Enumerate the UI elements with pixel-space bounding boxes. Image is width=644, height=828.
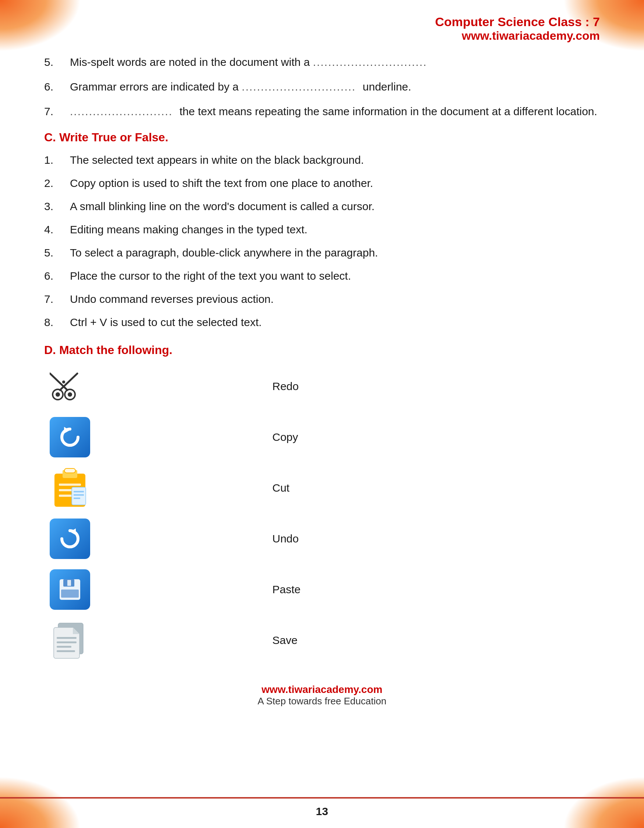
- item-text: Grammar errors are indicated by a ......…: [70, 78, 411, 95]
- item-number: 5.: [44, 245, 70, 261]
- copy-pages-icon: [44, 618, 96, 662]
- section-d-heading: D. Match the following.: [44, 343, 600, 357]
- match-row-3: Cut: [44, 466, 600, 510]
- undo-icon: [44, 415, 96, 459]
- dots: ..............................: [313, 56, 427, 68]
- redo-icon: [44, 517, 96, 561]
- corner-decoration-bl: [0, 776, 81, 828]
- match-row-2: Copy: [44, 415, 600, 459]
- item-number: 7.: [44, 103, 70, 119]
- svg-rect-32: [57, 646, 71, 648]
- match-row-5: Paste: [44, 568, 600, 612]
- tf-item-2: 2. Copy option is used to shift the text…: [44, 175, 600, 191]
- header-url: www.tiwariacademy.com: [44, 29, 600, 43]
- match-following-container: Redo Copy: [44, 364, 600, 669]
- match-label-undo: Undo: [272, 533, 299, 545]
- match-label-paste: Paste: [272, 583, 301, 596]
- item-text: ........................... the text mea…: [70, 103, 597, 119]
- svg-rect-33: [57, 650, 75, 652]
- match-label-redo: Redo: [272, 380, 299, 393]
- svg-rect-16: [74, 494, 84, 496]
- fill-item-5: 5. Mis-spelt words are noted in the docu…: [44, 54, 600, 70]
- tf-item-6: 6. Place the cursor to the right of the …: [44, 268, 600, 284]
- svg-point-3: [68, 392, 72, 397]
- clipboard-icon: [44, 466, 96, 510]
- svg-point-1: [56, 392, 60, 397]
- tf-item-3: 3. A small blinking line on the word's d…: [44, 198, 600, 215]
- item-text: A small blinking line on the word's docu…: [70, 198, 374, 215]
- item-text: Place the cursor to the right of the tex…: [70, 268, 351, 284]
- svg-rect-21: [61, 590, 79, 597]
- fill-item-7: 7. ........................... the text …: [44, 103, 600, 119]
- match-label-cut: Cut: [272, 482, 290, 494]
- svg-rect-11: [59, 483, 81, 486]
- item-number: 3.: [44, 198, 70, 215]
- match-label-save: Save: [272, 634, 297, 646]
- page-footer: www.tiwariacademy.com A Step towards fre…: [44, 684, 600, 707]
- svg-rect-17: [74, 497, 80, 499]
- item-text: Copy option is used to shift the text fr…: [70, 175, 373, 191]
- section-c-heading: C. Write True or False.: [44, 131, 600, 144]
- match-row-6: Save: [44, 618, 600, 662]
- header-title: Computer Science Class : 7: [44, 15, 600, 29]
- item-text: Ctrl + V is used to cut the selected tex…: [70, 314, 262, 331]
- svg-rect-31: [57, 641, 77, 643]
- page-header: Computer Science Class : 7 www.tiwariaca…: [44, 11, 600, 43]
- save-icon: [44, 568, 96, 612]
- corner-decoration-br: [563, 776, 644, 828]
- svg-rect-30: [57, 637, 77, 639]
- footer-tagline: A Step towards free Education: [44, 696, 600, 707]
- item-number: 6.: [44, 268, 70, 284]
- svg-rect-14: [72, 487, 86, 505]
- tf-item-4: 4. Editing means making changes in the t…: [44, 221, 600, 238]
- item-number: 6.: [44, 78, 70, 95]
- item-number: 8.: [44, 314, 70, 331]
- item-number: 4.: [44, 221, 70, 238]
- match-row-4: Undo: [44, 517, 600, 561]
- dots: ..............................: [242, 81, 360, 93]
- item-number: 5.: [44, 54, 70, 70]
- item-text: Mis-spelt words are noted in the documen…: [70, 54, 427, 70]
- match-label-copy: Copy: [272, 431, 298, 444]
- item-text: Undo command reverses previous action.: [70, 291, 274, 307]
- page-number: 13: [316, 805, 328, 818]
- item-number: 1.: [44, 152, 70, 168]
- tf-item-8: 8. Ctrl + V is used to cut the selected …: [44, 314, 600, 331]
- item-number: 7.: [44, 291, 70, 307]
- item-number: 2.: [44, 175, 70, 191]
- fill-in-blanks-list: 5. Mis-spelt words are noted in the docu…: [44, 54, 600, 119]
- item-text: The selected text appears in white on th…: [70, 152, 364, 168]
- true-false-list: 1. The selected text appears in white on…: [44, 152, 600, 331]
- match-row-1: Redo: [44, 364, 600, 408]
- item-text: To select a paragraph, double-click anyw…: [70, 245, 378, 261]
- fill-item-6: 6. Grammar errors are indicated by a ...…: [44, 78, 600, 95]
- tf-item-1: 1. The selected text appears in white on…: [44, 152, 600, 168]
- tf-item-7: 7. Undo command reverses previous action…: [44, 291, 600, 307]
- footer-url: www.tiwariacademy.com: [44, 684, 600, 696]
- svg-rect-10: [64, 469, 75, 473]
- dots: ...........................: [70, 105, 176, 118]
- svg-rect-22: [67, 580, 71, 586]
- svg-point-6: [62, 381, 65, 383]
- tf-item-5: 5. To select a paragraph, double-click a…: [44, 245, 600, 261]
- svg-rect-15: [74, 491, 84, 492]
- item-text: Editing means making changes in the type…: [70, 221, 307, 238]
- scissors-icon: [44, 364, 96, 408]
- bottom-line: [0, 797, 644, 798]
